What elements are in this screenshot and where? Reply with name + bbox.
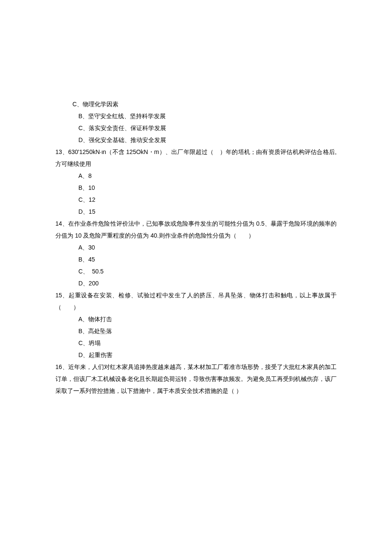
option-text: B、10	[55, 182, 337, 194]
option-text: A、8	[55, 170, 337, 182]
option-text: C、坍塌	[55, 337, 337, 349]
option-text: C、落实安全责任、保证科学发展	[55, 122, 337, 134]
document-content: C、物理化学因素B、坚守安全红线、坚持科学发展C、落实安全责任、保证科学发展D、…	[55, 98, 337, 397]
option-text: A、30	[55, 241, 337, 253]
question-text: 15、起重设备在安装、检修、试验过程中发生了人的挤压、吊具坠落、物体打击和触电，…	[55, 289, 337, 313]
option-text: D、强化安全基础、推动安全发展	[55, 134, 337, 146]
option-text: B、高处坠落	[55, 325, 337, 337]
option-text: B、坚守安全红线、坚持科学发展	[55, 110, 337, 122]
question-text: 16、近年来，人们对红木家具追捧热度越来越高，某木材加工厂看准市场形势，接受了大…	[55, 361, 337, 397]
option-text: B、45	[55, 253, 337, 265]
option-text: D、起重伤害	[55, 349, 337, 361]
question-text: 13、630'1250kN∙ιn（不含 125OkN・m）、出厂年限超过（ ）年…	[55, 146, 337, 170]
option-text: A、物体打击	[55, 313, 337, 325]
option-text: D、15	[55, 206, 337, 218]
option-text: C、物理化学因素	[55, 98, 337, 110]
question-text: 14、在作业条件危险性评价法中，已知事故或危险事件发生的可能性分值为 0.5、暴…	[55, 218, 337, 241]
option-text: C、 50.5	[55, 265, 337, 277]
option-text: C、12	[55, 194, 337, 206]
option-text: D、200	[55, 277, 337, 289]
